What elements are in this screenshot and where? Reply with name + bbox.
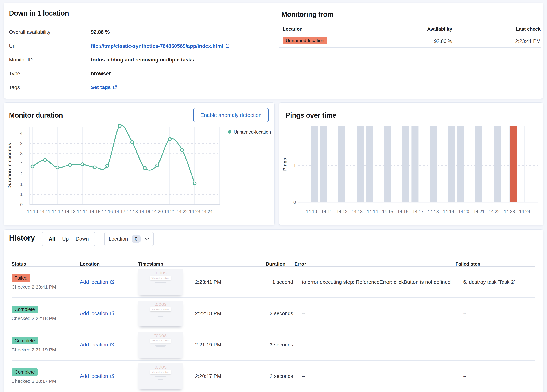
- field-monitor-id: Monitor ID todos-adding and removing mul…: [9, 57, 269, 65]
- history-row: CompleteChecked 2:22:18 PM Add location …: [12, 298, 535, 329]
- thumbnail-app-title: todos: [138, 270, 183, 276]
- svg-text:0: 0: [20, 202, 23, 207]
- status-badge: Complete: [12, 368, 38, 376]
- duration-value: 3 seconds: [248, 342, 293, 348]
- step-screenshot-thumbnail[interactable]: todosWhat needs to be done?: [138, 301, 183, 326]
- checked-timestamp: Checked 2:22:18 PM: [12, 316, 76, 321]
- svg-text:14:14: 14:14: [367, 209, 378, 214]
- svg-text:14:16: 14:16: [102, 209, 113, 214]
- svg-text:3: 3: [20, 151, 23, 156]
- field-url: Url file:///tmp/elastic-synthetics-76486…: [9, 43, 269, 51]
- timestamp-value: 2:22:18 PM: [195, 310, 246, 316]
- status-badge: Failed: [12, 274, 30, 282]
- svg-text:2: 2: [20, 161, 23, 166]
- svg-text:4: 4: [20, 131, 23, 136]
- field-value: browser: [91, 71, 111, 76]
- filter-up-button[interactable]: Up: [62, 236, 69, 242]
- thumbnail-input: What needs to be done?: [150, 307, 171, 311]
- monitor-url-link[interactable]: file:///tmp/elastic-synthetics-764860569…: [91, 43, 223, 49]
- thumbnail-footer-lines: [138, 345, 183, 348]
- svg-text:14:13: 14:13: [352, 209, 363, 214]
- status-filter-group: All Up Down: [42, 232, 95, 246]
- column-header-availability: Availability: [397, 26, 452, 32]
- svg-text:14:19: 14:19: [443, 209, 454, 214]
- svg-text:14:12: 14:12: [52, 209, 63, 214]
- field-label: Type: [9, 71, 20, 76]
- add-location-link[interactable]: Add location: [80, 373, 108, 379]
- error-message: --: [302, 341, 452, 349]
- external-link-icon: [110, 342, 115, 347]
- step-screenshot-thumbnail[interactable]: todosWhat needs to be done?: [138, 332, 183, 358]
- thumbnail-app-title: todos: [138, 301, 183, 307]
- svg-text:14:11: 14:11: [321, 209, 332, 214]
- table-divider: [279, 47, 541, 48]
- checked-timestamp: Checked 2:21:19 PM: [12, 347, 76, 353]
- external-link-icon: [110, 374, 115, 378]
- svg-text:14:13: 14:13: [64, 209, 75, 214]
- svg-text:14:10: 14:10: [306, 209, 317, 214]
- thumbnail-footer-lines: [138, 376, 183, 379]
- error-message: --: [302, 310, 452, 317]
- status-badge: Complete: [12, 337, 38, 344]
- col-header-error: Error: [294, 261, 306, 267]
- field-label: Tags: [9, 84, 20, 90]
- svg-text:14:21: 14:21: [164, 209, 175, 214]
- svg-text:14:18: 14:18: [428, 209, 439, 214]
- step-screenshot-thumbnail[interactable]: todosWhat needs to be done?: [138, 269, 183, 295]
- pings-chart: Pings14:1014:1114:1214:1314:1414:1514:16…: [279, 103, 544, 226]
- add-location-link[interactable]: Add location: [80, 342, 108, 348]
- history-row: CompleteChecked 2:21:19 PM Add location …: [12, 329, 535, 361]
- svg-text:14:20: 14:20: [152, 209, 163, 214]
- set-tags-link[interactable]: Set tags: [91, 84, 111, 90]
- history-row: CompleteChecked 2:20:17 PM Add location …: [12, 361, 535, 392]
- add-location-link[interactable]: Add location: [80, 310, 108, 316]
- svg-text:14:20: 14:20: [458, 209, 469, 214]
- svg-text:3: 3: [20, 141, 23, 146]
- svg-text:14:17: 14:17: [413, 209, 424, 214]
- duration-value: 3 seconds: [248, 310, 293, 316]
- field-value: todos-adding and removing multiple tasks: [91, 57, 194, 63]
- thumbnail-input: What needs to be done?: [150, 276, 171, 280]
- last-check-value: 2:23:41 PM: [485, 39, 540, 44]
- duration-value: 1 second: [248, 279, 293, 285]
- location-filter-label: Location: [109, 236, 128, 242]
- page-title: Down in 1 location: [9, 9, 69, 17]
- location-badge: Unnamed-location: [283, 37, 327, 44]
- table-divider: [279, 34, 541, 35]
- thumbnail-app-title: todos: [138, 333, 183, 338]
- field-label: Overall availability: [9, 29, 50, 35]
- filter-down-button[interactable]: Down: [75, 236, 89, 242]
- external-link-icon: [110, 280, 115, 284]
- failed-step-value: --: [463, 310, 547, 316]
- thumbnail-app-title: todos: [138, 364, 183, 370]
- failed-step-value: --: [463, 342, 547, 348]
- svg-text:14:21: 14:21: [473, 209, 485, 214]
- checked-timestamp: Checked 2:20:17 PM: [12, 378, 76, 384]
- checked-timestamp: Checked 2:23:41 PM: [12, 284, 76, 290]
- monitor-duration-panel: Monitor duration Enable anomaly detectio…: [4, 103, 275, 225]
- field-label: Monitor ID: [9, 57, 33, 63]
- svg-text:1: 1: [294, 163, 296, 168]
- availability-value: 92.86 %: [397, 39, 452, 44]
- step-screenshot-thumbnail[interactable]: todosWhat needs to be done?: [138, 363, 183, 389]
- svg-text:14:15: 14:15: [382, 209, 393, 214]
- svg-text:0: 0: [294, 200, 296, 205]
- pings-over-time-panel: Pings over time Pings14:1014:1114:1214:1…: [279, 103, 543, 225]
- thumbnail-input: What needs to be done?: [150, 339, 171, 343]
- svg-text:Pings: Pings: [282, 158, 287, 171]
- location-count-badge: 0: [132, 235, 141, 243]
- failed-step-value: 6. destroy task 'Task 2': [463, 279, 547, 285]
- field-label: Url: [9, 43, 16, 49]
- svg-text:14:16: 14:16: [397, 209, 408, 214]
- svg-text:14:22: 14:22: [177, 209, 188, 214]
- svg-text:14:19: 14:19: [139, 209, 150, 214]
- add-location-link[interactable]: Add location: [80, 279, 108, 285]
- svg-text:1: 1: [20, 192, 23, 197]
- legend-item-unnamed-location[interactable]: Unnamed-location: [228, 129, 271, 135]
- svg-text:14:15: 14:15: [89, 209, 100, 214]
- filter-all-button[interactable]: All: [49, 236, 55, 242]
- svg-text:14:22: 14:22: [489, 209, 500, 214]
- location-filter-dropdown[interactable]: Location 0: [104, 232, 154, 246]
- thumbnail-footer-lines: [138, 314, 183, 317]
- thumbnail-footer-lines: [138, 282, 183, 285]
